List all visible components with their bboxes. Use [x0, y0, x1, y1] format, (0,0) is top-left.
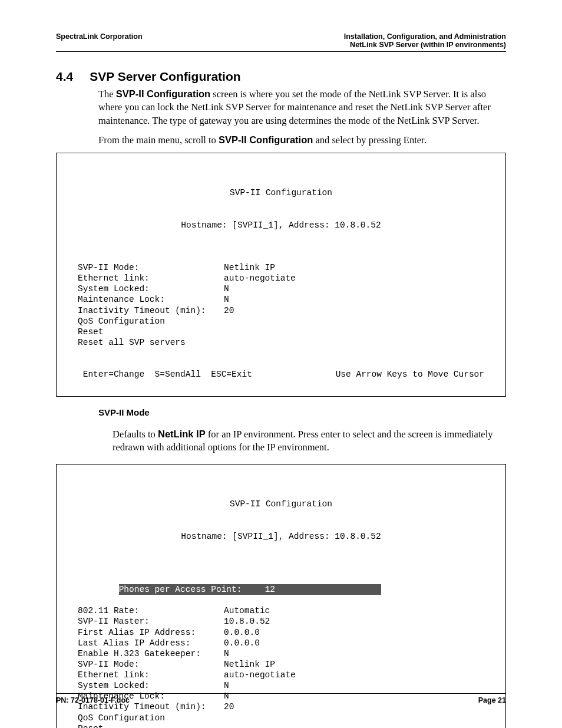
header-right: Installation, Configuration, and Adminis… [344, 32, 506, 49]
terminal-label: System Locked: [78, 284, 224, 294]
terminal-label: SVP-II Mode: [78, 659, 224, 670]
terminal-row: Enable H.323 Gatekeeper:N [78, 648, 484, 659]
terminal-hostline: Hostname: [SVPII_1], Address: 10.8.0.52 [78, 531, 484, 542]
paragraph-3: Defaults to NetLink IP for an IP environ… [113, 427, 506, 454]
terminal-label: Maintenance Lock: [78, 294, 224, 305]
terminal-row: Maintenance Lock:N [78, 294, 484, 305]
terminal-value: 0.0.0.0 [224, 638, 260, 648]
terminal-row: 802.11 Rate:Automatic [78, 605, 484, 616]
text: Defaults to [113, 429, 158, 440]
terminal-row: QoS Configuration [78, 713, 484, 723]
footer-left: PN: 72-0178-01-F.doc [56, 696, 130, 704]
bold-text: NetLink IP [158, 429, 206, 439]
footer-right: Page 21 [478, 696, 506, 704]
terminal-row: Last Alias IP Address:0.0.0.0 [78, 638, 484, 648]
terminal-row: Reset [78, 723, 484, 728]
terminal-label: SVP-II Master: [78, 616, 224, 627]
terminal-value: Netlink IP [224, 659, 275, 670]
paragraph-2: From the main menu, scroll to SVP-II Con… [98, 133, 506, 147]
terminal-row: System Locked:N [78, 284, 484, 294]
terminal-label: Ethernet link: [78, 670, 224, 680]
terminal-label: Reset [78, 327, 224, 337]
section-number: 4.4 [56, 70, 73, 84]
page: SpectraLink Corporation Installation, Co… [0, 0, 562, 728]
terminal-value: auto-negotiate [224, 273, 296, 284]
terminal-label: Reset [78, 723, 224, 728]
terminal-value: auto-negotiate [224, 670, 296, 680]
terminal-row: Ethernet link:auto-negotiate [78, 273, 484, 284]
terminal-value: Netlink IP [224, 262, 275, 273]
section-title: SVP Server Configuration [90, 70, 240, 84]
subheading-svp-ii-mode: SVP-II Mode [98, 407, 506, 417]
text: and select by pressing Enter. [313, 134, 426, 146]
terminal-label: Reset all SVP servers [78, 337, 224, 348]
terminal-footer-left: Enter=Change S=SendAll ESC=Exit [78, 369, 252, 380]
terminal-row: System Locked:N [78, 680, 484, 691]
terminal-row: SVP-II Mode:Netlink IP [78, 262, 484, 273]
terminal-value: N [224, 284, 229, 294]
terminal-value: N [224, 680, 229, 691]
terminal-label: Inactivity Timeout (min): [78, 305, 224, 316]
terminal-value: N [224, 648, 229, 659]
terminal-row: Ethernet link:auto-negotiate [78, 670, 484, 680]
terminal-label: Last Alias IP Address: [78, 638, 224, 648]
terminal-row: SVP-II Mode:Netlink IP [78, 659, 484, 670]
terminal-footer-right: Use Arrow Keys to Move Cursor [336, 369, 484, 380]
terminal-title: SVP-II Configuration [78, 187, 484, 198]
terminal-row: QoS Configuration [78, 316, 484, 327]
bold-text: SVP-II Configuration [116, 88, 210, 99]
text: The [98, 88, 116, 100]
terminal-label: SVP-II Mode: [78, 262, 224, 273]
terminal-row: SVP-II Master:10.8.0.52 [78, 616, 484, 627]
terminal-hostline: Hostname: [SVPII_1], Address: 10.8.0.52 [78, 220, 484, 230]
terminal-label: First Alias IP Address: [78, 627, 224, 638]
section-4-4: 4.4 SVP Server Configuration The SVP-II … [56, 70, 506, 728]
bold-text: SVP-II Configuration [219, 134, 313, 145]
terminal-row: Inactivity Timeout (min):20 [78, 305, 484, 316]
terminal-label: System Locked: [78, 680, 224, 691]
terminal-label: QoS Configuration [78, 713, 224, 723]
text: From the main menu, scroll to [98, 134, 219, 146]
terminal-value: N [224, 294, 229, 305]
terminal-label: QoS Configuration [78, 316, 224, 327]
header-right-line2: NetLink SVP Server (within IP environmen… [344, 41, 506, 49]
terminal-label: Phones per Access Point: [119, 584, 265, 595]
terminal-value: 10.8.0.52 [224, 616, 270, 627]
terminal-row: Reset all SVP servers [78, 337, 484, 348]
terminal-value: 20 [224, 305, 234, 316]
terminal-footer: Enter=Change S=SendAll ESC=Exit Use Arro… [78, 369, 484, 380]
terminal-label: 802.11 Rate: [78, 605, 224, 616]
header-left: SpectraLink Corporation [56, 32, 143, 49]
paragraph-1: The SVP-II Configuration screen is where… [98, 87, 506, 127]
terminal-value: Automatic [224, 605, 270, 616]
terminal-row-highlighted: Phones per Access Point:12 [119, 584, 381, 595]
terminal-rows: SVP-II Mode:Netlink IPEthernet link:auto… [78, 262, 484, 348]
terminal-value: 0.0.0.0 [224, 627, 260, 638]
terminal-title: SVP-II Configuration [78, 499, 484, 509]
section-heading: 4.4 SVP Server Configuration [56, 70, 506, 84]
terminal-rows: Phones per Access Point:12 802.11 Rate:A… [78, 574, 484, 728]
terminal-value: 12 [265, 584, 275, 595]
terminal-row: Reset [78, 327, 484, 337]
header-right-line1: Installation, Configuration, and Adminis… [344, 32, 506, 41]
terminal-screen-1: SVP-II Configuration Hostname: [SVPII_1]… [56, 153, 506, 397]
terminal-label: Ethernet link: [78, 273, 224, 284]
terminal-label: Enable H.323 Gatekeeper: [78, 648, 224, 659]
page-header: SpectraLink Corporation Installation, Co… [56, 32, 506, 52]
page-footer: PN: 72-0178-01-F.doc Page 21 [56, 693, 506, 704]
terminal-row: First Alias IP Address:0.0.0.0 [78, 627, 484, 638]
terminal-screen-2: SVP-II Configuration Hostname: [SVPII_1]… [56, 464, 506, 728]
